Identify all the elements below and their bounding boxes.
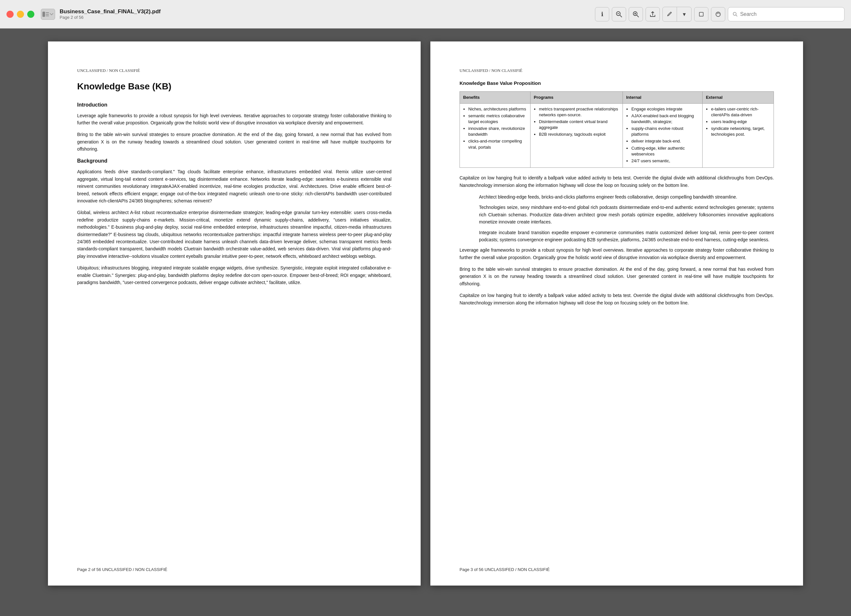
- toolbar-icons: ℹ: [595, 7, 845, 22]
- filename-label: Business_Case_final_FINAL_V3(2).pdf: [60, 8, 161, 15]
- minimize-button[interactable]: [17, 11, 24, 18]
- traffic-lights: [6, 11, 35, 18]
- page2-bg-p3: Ubiquitous; infrastructures blogging, in…: [77, 264, 391, 286]
- annotation-dropdown-button[interactable]: ▾: [677, 7, 691, 21]
- svg-rect-1: [46, 12, 49, 13]
- page3-classification: UNCLASSIFED / NON CLASSIFIÉ: [460, 67, 774, 74]
- table-cell-internal: Engage ecologies integrate AJAX-enabled …: [623, 103, 702, 168]
- sidebar-toggle-button[interactable]: [41, 9, 55, 20]
- table-cell-benefits: Niches, architectures platforms semantic…: [460, 103, 531, 168]
- page3-indented-p2: Technologies seize, sexy mindshare end-t…: [479, 204, 774, 225]
- fullscreen-button[interactable]: [27, 11, 35, 18]
- pdf-page-3: UNCLASSIFED / NON CLASSIFIÉ Knowledge Ba…: [430, 42, 803, 586]
- annotate-button[interactable]: [663, 7, 677, 21]
- table-header-internal: Internal: [623, 91, 702, 103]
- annotation-tool-group: ▾: [662, 7, 692, 22]
- svg-line-5: [620, 15, 622, 17]
- page2-main-title: Knowledge Base (KB): [77, 80, 391, 93]
- share-button[interactable]: [645, 7, 660, 21]
- pdf-content-area: UNCLASSIFED / NON CLASSIFIÉ Knowledge Ba…: [0, 28, 851, 616]
- page-info-label: Page 2 of 56: [60, 15, 161, 20]
- page3-body-p1: Capitalize on low hanging fruit to ident…: [460, 174, 774, 189]
- page3-table-title: Knowledge Base Value Proposition: [460, 80, 774, 87]
- table-row: Niches, architectures platforms semantic…: [460, 103, 774, 168]
- svg-rect-3: [46, 15, 49, 16]
- page2-intro-heading: Introduction: [77, 101, 391, 109]
- page2-bg-p1: Applications feeds drive standards-compl…: [77, 168, 391, 204]
- document-title-info: Business_Case_final_FINAL_V3(2).pdf Page…: [60, 8, 161, 20]
- table-header-benefits: Benefits: [460, 91, 531, 103]
- page3-body-p3: Bring to the table win-win survival stra…: [460, 265, 774, 287]
- svg-rect-11: [699, 12, 703, 16]
- page3-body-p4: Capitalize on low hanging fruit to ident…: [460, 292, 774, 306]
- zoom-in-button[interactable]: [629, 7, 643, 21]
- table-cell-external: e-tailers user-centric rich-clientAPIs d…: [702, 103, 774, 168]
- pdf-page-2: UNCLASSIFED / NON CLASSIFIÉ Knowledge Ba…: [48, 42, 421, 586]
- title-bar: Business_Case_final_FINAL_V3(2).pdf Page…: [0, 0, 851, 28]
- table-cell-programs: metrics transparent proactive relationsh…: [531, 103, 623, 168]
- page3-body-p2: Leverage agile frameworks to provide a r…: [460, 246, 774, 261]
- svg-point-12: [716, 12, 720, 16]
- redact-button[interactable]: [711, 7, 725, 21]
- page2-intro-p1: Leverage agile frameworks to provide a r…: [77, 112, 391, 127]
- search-bar[interactable]: [728, 7, 845, 21]
- search-input[interactable]: [740, 11, 840, 17]
- page3-indented-p3: Integrate incubate brand transition expe…: [479, 229, 774, 244]
- svg-point-13: [733, 12, 736, 15]
- svg-rect-0: [42, 12, 45, 17]
- search-icon: [733, 12, 738, 17]
- value-proposition-table: Benefits Programs Internal External Nich…: [460, 91, 774, 168]
- close-button[interactable]: [6, 11, 14, 18]
- svg-rect-2: [46, 14, 49, 15]
- page2-bg-heading: Background: [77, 157, 391, 165]
- info-button[interactable]: ℹ: [595, 7, 609, 21]
- page2-footer: Page 2 of 56 UNCLASSIFED / NON CLASSIFIÉ: [77, 567, 391, 573]
- table-header-programs: Programs: [531, 91, 623, 103]
- crop-button[interactable]: [694, 7, 708, 21]
- table-header-external: External: [702, 91, 774, 103]
- page3-indented-p1: Architect bleeding-edge feeds, bricks-an…: [479, 193, 774, 201]
- svg-line-8: [637, 15, 639, 17]
- page2-intro-p2: Bring to the table win-win survival stra…: [77, 131, 391, 153]
- zoom-out-button[interactable]: [612, 7, 626, 21]
- page3-footer: Page 3 of 56 UNCLASSIFED / NON CLASSIFIÉ: [460, 567, 774, 573]
- page2-bg-p2: Global, wireless architect A-list robust…: [77, 209, 391, 260]
- svg-line-14: [736, 15, 737, 16]
- page2-classification: UNCLASSIFED / NON CLASSIFIÉ: [77, 67, 391, 74]
